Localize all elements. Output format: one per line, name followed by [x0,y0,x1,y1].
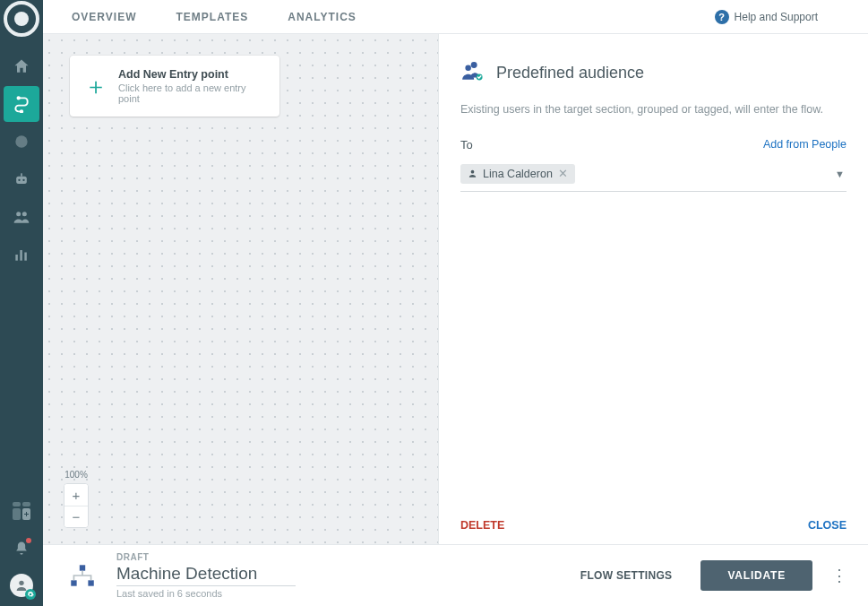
svg-point-16 [465,65,471,72]
to-label: To [460,138,473,152]
svg-rect-21 [88,580,93,585]
tab-analytics[interactable]: ANALYTICS [288,11,357,23]
svg-point-7 [22,179,24,181]
svg-point-1 [14,12,29,26]
person-icon [468,169,477,178]
zoom-level: 100% [64,470,88,480]
svg-point-9 [16,212,21,216]
svg-point-6 [18,179,20,181]
nav-home[interactable] [4,48,39,84]
gear-icon [25,589,36,600]
add-from-people-link[interactable]: Add from People [763,138,847,151]
panel-description: Existing users in the target section, gr… [460,102,847,118]
close-button[interactable]: CLOSE [808,519,847,532]
nav-notifications[interactable] [4,531,39,567]
svg-point-3 [21,110,23,113]
main-area: OVERVIEW TEMPLATES ANALYTICS ? Help and … [43,0,868,606]
nav-apps[interactable]: ＋ [4,493,39,529]
tab-overview[interactable]: OVERVIEW [72,11,136,23]
svg-point-15 [471,62,477,68]
last-saved: Last saved in 6 seconds [116,588,296,599]
draft-badge: DRAFT [116,552,296,562]
chevron-down-icon[interactable]: ▼ [835,169,847,179]
svg-point-2 [17,97,20,100]
validate-button[interactable]: VALIDATE [700,560,812,591]
svg-point-18 [471,170,475,174]
help-icon: ? [715,10,729,24]
help-link[interactable]: ? Help and Support [715,10,818,24]
svg-rect-20 [71,580,76,585]
workspace: ＋ Add New Entry point Click here to add … [43,34,868,544]
nav-flows[interactable] [4,86,39,122]
audience-icon [460,59,484,86]
plus-icon: ＋ [84,74,107,98]
nav-people[interactable] [4,199,39,235]
nav-bot[interactable] [4,161,39,197]
zoom-in-button[interactable]: + [64,484,88,506]
delete-button[interactable]: DELETE [460,519,504,532]
svg-rect-11 [15,255,18,261]
app-logo-icon [0,2,43,36]
flow-canvas[interactable]: ＋ Add New Entry point Click here to add … [43,34,439,544]
tab-templates[interactable]: TEMPLATES [176,11,248,23]
svg-rect-8 [21,173,22,176]
svg-rect-12 [20,250,22,261]
entry-card-subtitle: Click here to add a new entry point [118,82,265,104]
left-rail: ＋ [0,0,43,606]
svg-point-14 [19,581,23,585]
svg-point-10 [22,212,27,216]
audience-chip: Lina Calderon ✕ [460,164,575,184]
more-menu[interactable]: ⋮ [829,566,850,585]
nav-audience[interactable] [4,124,39,160]
audience-select[interactable]: Lina Calderon ✕ ▼ [460,159,847,192]
footer-bar: DRAFT Last saved in 6 seconds FLOW SETTI… [43,544,868,606]
svg-rect-19 [80,565,85,570]
svg-point-4 [15,135,27,147]
nav-account[interactable] [10,574,33,597]
help-label: Help and Support [735,11,818,23]
nav-analytics[interactable] [4,237,39,273]
flow-title-input[interactable] [116,562,296,586]
top-tabs: OVERVIEW TEMPLATES ANALYTICS ? Help and … [43,0,868,34]
svg-rect-13 [24,253,27,261]
entry-card-title: Add New Entry point [118,68,265,81]
panel-title: Predefined audience [496,64,644,82]
side-panel: Predefined audience Existing users in th… [439,34,868,544]
svg-rect-5 [16,177,27,184]
chip-label: Lina Calderon [483,168,553,180]
zoom-out-button[interactable]: − [64,506,88,527]
flow-tree-icon [64,560,100,591]
chip-remove[interactable]: ✕ [558,168,568,179]
flow-settings-button[interactable]: FLOW SETTINGS [568,562,685,589]
add-entry-point-card[interactable]: ＋ Add New Entry point Click here to add … [70,56,279,117]
zoom-controls: 100% + − [63,470,90,528]
